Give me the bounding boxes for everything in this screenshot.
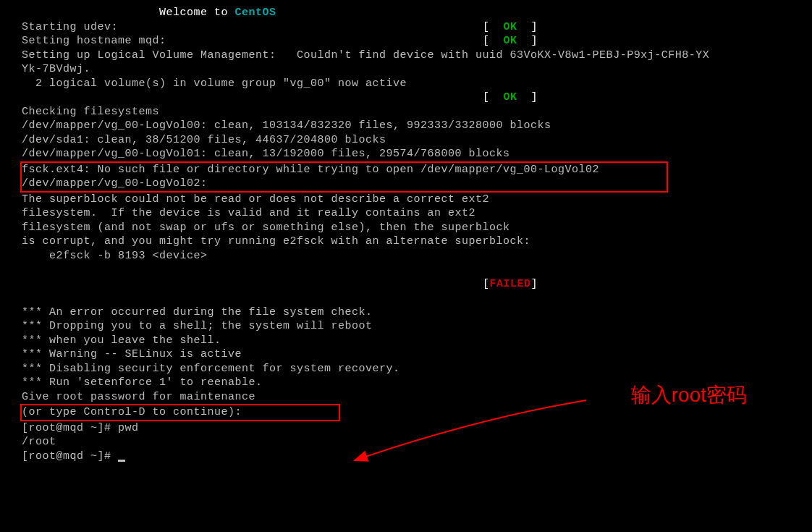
shell-prompt-1: [root@mqd ~]# pwd: [22, 421, 790, 436]
status-ok: OK: [504, 21, 517, 33]
shell-prompt-2[interactable]: [root@mqd ~]#: [22, 449, 790, 464]
annotation-label: 输入root密码: [631, 382, 747, 408]
ctrl-d-prompt[interactable]: (or type Control-D to continue):: [22, 405, 339, 420]
err-line-5: *** Disabling security enforcement for s…: [22, 362, 790, 376]
superblock-3: filesystem (and not swap or ufs or somet…: [22, 221, 790, 235]
cursor-icon: [118, 460, 125, 462]
fs-line-1: /dev/mapper/vg_00-LogVol00: clean, 10313…: [22, 119, 790, 133]
blank-line-2: [22, 291, 790, 305]
fsck-error-1: fsck.ext4: No such file or directory whi…: [22, 163, 667, 177]
fsck-error-2: /dev/mapper/vg_00-LogVol02:: [22, 177, 667, 191]
superblock-4: is corrupt, and you might try running e2…: [22, 235, 790, 249]
err-line-1: *** An error occurred during the file sy…: [22, 305, 790, 320]
udev-line: Starting udev:[ OK ]: [22, 20, 790, 35]
status-ok: OK: [504, 35, 517, 47]
error-highlight-box-2: (or type Control-D to continue):: [20, 404, 340, 421]
error-highlight-box-1: fsck.ext4: No such file or directory whi…: [20, 161, 668, 193]
volumes-line: 2 logical volume(s) in volume group "vg_…: [22, 77, 790, 91]
failed-line: [FAILED]: [22, 277, 790, 292]
hostname-line: Setting hostname mqd:[ OK ]: [22, 34, 790, 48]
err-line-3: *** when you leave the shell.: [22, 334, 790, 348]
err-line-4: *** Warning -- SELinux is active: [22, 347, 790, 362]
welcome-line: Welcome to CentOS: [22, 6, 790, 20]
lvm-line1: Setting up Logical Volume Management: Co…: [22, 48, 790, 63]
superblock-5: e2fsck -b 8193 <device>: [22, 249, 790, 263]
ok-line-3: [ OK ]: [22, 90, 790, 105]
fs-line-2: /dev/sda1: clean, 38/51200 files, 44637/…: [22, 133, 790, 148]
fs-line-3: /dev/mapper/vg_00-LogVol01: clean, 13/19…: [22, 147, 790, 161]
status-ok: OK: [504, 91, 517, 104]
superblock-1: The superblock could not be read or does…: [22, 193, 790, 207]
blank-line: [22, 263, 790, 277]
pwd-output: /root: [22, 435, 790, 449]
lvm-line2: Yk-7BVdwj.: [22, 62, 790, 77]
checking-line: Checking filesystems: [22, 105, 790, 119]
status-failed: FAILED: [490, 278, 531, 290]
err-line-2: *** Dropping you to a shell; the system …: [22, 319, 790, 334]
os-name: CentOS: [235, 7, 276, 19]
superblock-2: filesystem. If the device is valid and i…: [22, 206, 790, 221]
welcome-text: Welcome to: [159, 7, 235, 19]
